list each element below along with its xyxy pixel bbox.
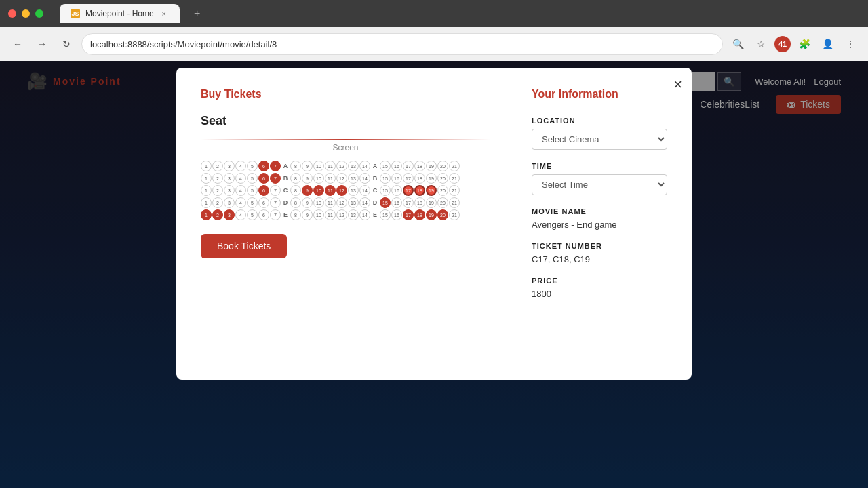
browser-tab[interactable]: JS Moviepoint - Home × — [60, 4, 180, 23]
seat-A9[interactable]: 9 — [302, 161, 313, 171]
seat-E7[interactable]: 7 — [270, 209, 281, 220]
seat-C5[interactable]: 5 — [247, 185, 258, 196]
seat-A16[interactable]: 16 — [391, 161, 402, 171]
time-select[interactable]: Select Time 10:00 AM 1:00 PM 4:00 PM 7:0… — [532, 174, 667, 195]
seat-B12[interactable]: 12 — [336, 173, 347, 184]
seat-D19[interactable]: 19 — [426, 197, 437, 208]
extensions-button[interactable]: 🧩 — [795, 35, 814, 54]
seat-D7[interactable]: 7 — [270, 197, 281, 208]
seat-E13[interactable]: 13 — [348, 209, 359, 220]
seat-A21[interactable]: 21 — [449, 161, 460, 171]
seat-C10[interactable]: 10 — [313, 185, 324, 196]
seat-A12[interactable]: 12 — [336, 161, 347, 171]
seat-E9[interactable]: 9 — [302, 209, 313, 220]
seat-E3[interactable]: 3 — [224, 209, 235, 220]
profile-icon[interactable]: 👤 — [818, 35, 837, 54]
seat-B2[interactable]: 2 — [212, 173, 223, 184]
seat-B1[interactable]: 1 — [201, 173, 212, 184]
seat-D20[interactable]: 20 — [437, 197, 448, 208]
seat-A5[interactable]: 5 — [247, 161, 258, 171]
seat-A7[interactable]: 7 — [270, 161, 281, 171]
seat-A10[interactable]: 10 — [313, 161, 324, 171]
seat-D18[interactable]: 18 — [414, 197, 425, 208]
seat-B14[interactable]: 14 — [359, 173, 370, 184]
seat-E21[interactable]: 21 — [449, 209, 460, 220]
seat-B7[interactable]: 7 — [270, 173, 281, 184]
seat-C11[interactable]: 11 — [325, 185, 336, 196]
book-tickets-button[interactable]: Book Tickets — [201, 234, 287, 258]
seat-A8[interactable]: 8 — [290, 161, 301, 171]
seat-E20[interactable]: 20 — [437, 209, 448, 220]
seat-B15[interactable]: 15 — [380, 173, 391, 184]
seat-C17[interactable]: 17 — [403, 185, 414, 196]
seat-C14[interactable]: 14 — [359, 185, 370, 196]
forward-button[interactable]: → — [33, 35, 52, 54]
seat-E4[interactable]: 4 — [235, 209, 246, 220]
seat-C12[interactable]: 12 — [336, 185, 347, 196]
seat-A4[interactable]: 4 — [235, 161, 246, 171]
seat-A14[interactable]: 14 — [359, 161, 370, 171]
menu-button[interactable]: ⋮ — [841, 35, 860, 54]
seat-B16[interactable]: 16 — [391, 173, 402, 184]
seat-E5[interactable]: 5 — [247, 209, 258, 220]
window-close-dot[interactable] — [8, 9, 16, 18]
seat-D13[interactable]: 13 — [348, 197, 359, 208]
seat-D2[interactable]: 2 — [212, 197, 223, 208]
seat-E17[interactable]: 17 — [403, 209, 414, 220]
seat-D17[interactable]: 17 — [403, 197, 414, 208]
reload-button[interactable]: ↻ — [57, 35, 76, 54]
seat-A15[interactable]: 15 — [380, 161, 391, 171]
seat-A17[interactable]: 17 — [403, 161, 414, 171]
seat-B20[interactable]: 20 — [437, 173, 448, 184]
seat-D11[interactable]: 11 — [325, 197, 336, 208]
seat-B8[interactable]: 8 — [290, 173, 301, 184]
seat-C1[interactable]: 1 — [201, 185, 212, 196]
seat-A18[interactable]: 18 — [414, 161, 425, 171]
seat-B9[interactable]: 9 — [302, 173, 313, 184]
modal-close-button[interactable]: × — [673, 77, 682, 92]
seat-D9[interactable]: 9 — [302, 197, 313, 208]
seat-D6[interactable]: 6 — [258, 197, 269, 208]
seat-C15[interactable]: 15 — [380, 185, 391, 196]
seat-C20[interactable]: 20 — [437, 185, 448, 196]
seat-D1[interactable]: 1 — [201, 197, 212, 208]
seat-C13[interactable]: 13 — [348, 185, 359, 196]
seat-C7[interactable]: 7 — [270, 185, 281, 196]
seat-C2[interactable]: 2 — [212, 185, 223, 196]
tab-close-button[interactable]: × — [159, 9, 169, 18]
seat-A6[interactable]: 6 — [258, 161, 269, 171]
seat-B13[interactable]: 13 — [348, 173, 359, 184]
seat-B21[interactable]: 21 — [449, 173, 460, 184]
seat-A11[interactable]: 11 — [325, 161, 336, 171]
seat-C9[interactable]: 9 — [302, 185, 313, 196]
seat-D10[interactable]: 10 — [313, 197, 324, 208]
seat-D16[interactable]: 16 — [391, 197, 402, 208]
seat-C8[interactable]: 8 — [290, 185, 301, 196]
seat-E19[interactable]: 19 — [426, 209, 437, 220]
seat-B6[interactable]: 6 — [258, 173, 269, 184]
seat-D8[interactable]: 8 — [290, 197, 301, 208]
back-button[interactable]: ← — [8, 35, 27, 54]
address-bar[interactable]: localhost:8888/scripts/Moviepoint/movie/… — [81, 33, 723, 55]
seat-E11[interactable]: 11 — [325, 209, 336, 220]
seat-C18[interactable]: 18 — [414, 185, 425, 196]
seat-D12[interactable]: 12 — [336, 197, 347, 208]
seat-D4[interactable]: 4 — [235, 197, 246, 208]
window-minimize-dot[interactable] — [22, 9, 30, 18]
seat-C19[interactable]: 19 — [426, 185, 437, 196]
seat-D14[interactable]: 14 — [359, 197, 370, 208]
seat-A1[interactable]: 1 — [201, 161, 212, 171]
seat-E15[interactable]: 15 — [380, 209, 391, 220]
seat-A19[interactable]: 19 — [426, 161, 437, 171]
seat-C16[interactable]: 16 — [391, 185, 402, 196]
seat-B11[interactable]: 11 — [325, 173, 336, 184]
seat-E10[interactable]: 10 — [313, 209, 324, 220]
seat-D3[interactable]: 3 — [224, 197, 235, 208]
seat-C3[interactable]: 3 — [224, 185, 235, 196]
seat-E14[interactable]: 14 — [359, 209, 370, 220]
seat-E18[interactable]: 18 — [414, 209, 425, 220]
zoom-button[interactable]: 🔍 — [728, 35, 747, 54]
window-maximize-dot[interactable] — [35, 9, 43, 18]
new-tab-button[interactable]: + — [191, 7, 204, 20]
seat-E12[interactable]: 12 — [336, 209, 347, 220]
